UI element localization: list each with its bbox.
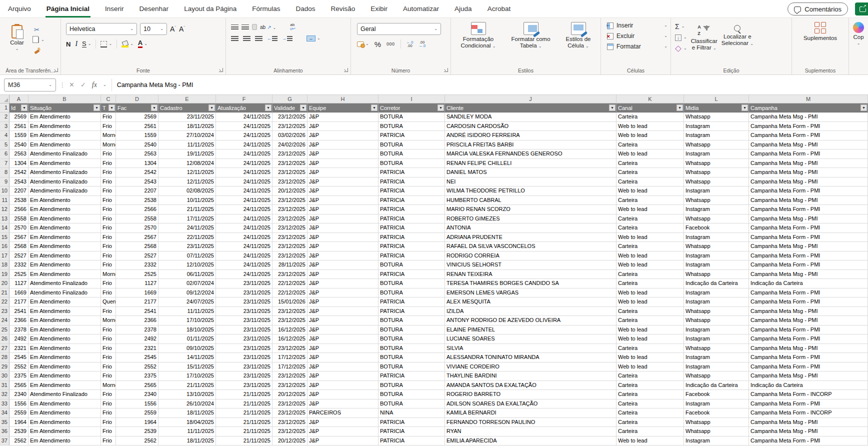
cell[interactable]: 2561: [116, 122, 158, 132]
cell[interactable]: Frio: [101, 326, 116, 335]
cell[interactable]: 2566: [116, 205, 158, 214]
addins-button[interactable]: Suplementos: [792, 18, 848, 42]
cell[interactable]: 24/11/2025: [216, 122, 272, 132]
formula-bar-grip[interactable]: ⋮: [60, 82, 66, 88]
cell[interactable]: Web to lead: [616, 362, 684, 372]
cell[interactable]: Em Atendimento: [28, 381, 101, 390]
cell[interactable]: Atendimento Finalizado: [28, 279, 101, 288]
cell[interactable]: Indicação da Carteira: [749, 279, 868, 288]
cell[interactable]: Carteira: [616, 140, 684, 150]
cell[interactable]: Frio: [101, 436, 116, 446]
cell[interactable]: 24/11/2025: [216, 159, 272, 168]
cell[interactable]: VINICIUS SELHORST: [445, 260, 616, 270]
cell[interactable]: DANIEL MATOS: [445, 168, 616, 178]
cell[interactable]: 12/10/2025: [158, 260, 216, 270]
cell[interactable]: 06/11/2025: [158, 270, 216, 280]
row-number[interactable]: 18: [0, 260, 10, 270]
column-letter[interactable]: C: [101, 95, 116, 104]
column-letter[interactable]: D: [116, 95, 158, 104]
cell[interactable]: Morno: [101, 381, 116, 390]
row-number[interactable]: 11: [0, 196, 10, 206]
cell[interactable]: 2568: [116, 242, 158, 252]
cell[interactable]: MARCIA VALESKA FERNANDES GENEROSO: [445, 150, 616, 159]
align-top-button[interactable]: [231, 24, 238, 30]
cell[interactable]: 23/11/2025: [216, 362, 272, 372]
row-number[interactable]: 2: [0, 112, 10, 122]
align-left-button[interactable]: [231, 36, 238, 41]
cell[interactable]: Campanha Meta Msg - PMI: [749, 427, 868, 436]
column-letter[interactable]: M: [749, 95, 868, 104]
cell[interactable]: PATRICIA: [378, 372, 445, 381]
copy-button[interactable]: ⌄: [34, 36, 44, 44]
row-number[interactable]: 30: [0, 372, 10, 381]
filter-dropdown-button[interactable]: ▾: [94, 104, 100, 111]
cell[interactable]: Whatsapp: [684, 344, 749, 354]
cell[interactable]: VIVIANE CORDEIRO: [445, 362, 616, 372]
cell[interactable]: ADILSON SOARES DA EXALTAÇÃO: [445, 400, 616, 409]
cell[interactable]: BOTURA: [378, 159, 445, 168]
header-cell[interactable]: Equipe▾: [308, 104, 378, 112]
filter-dropdown-button[interactable]: ▾: [860, 104, 867, 111]
row-number[interactable]: 29: [0, 362, 10, 372]
cell[interactable]: Atendimento Finalizado: [28, 178, 101, 187]
cell[interactable]: Atendimento Finalizado: [28, 288, 101, 298]
cell[interactable]: 18/04/2025: [158, 418, 216, 428]
cell[interactable]: J&P: [308, 400, 378, 409]
filter-dropdown-button[interactable]: ▾: [438, 104, 444, 111]
tab-ajuda[interactable]: Ajuda: [454, 0, 473, 18]
clipboard-dialog-launcher[interactable]: [54, 68, 58, 72]
cell[interactable]: NEI: [445, 178, 616, 187]
cell[interactable]: Web to lead: [616, 260, 684, 270]
cell[interactable]: J&P: [308, 224, 378, 233]
cell[interactable]: 23/12/2025: [272, 372, 308, 381]
cell[interactable]: 22/11/2025: [158, 233, 216, 242]
cell[interactable]: 2525: [116, 270, 158, 280]
format-painter-button[interactable]: [34, 46, 44, 54]
tab-automatizar[interactable]: Automatizar: [402, 0, 440, 18]
cell[interactable]: J&P: [308, 260, 378, 270]
cell[interactable]: J&P: [308, 168, 378, 178]
cell[interactable]: Campanha Meta Form - PMI: [749, 260, 868, 270]
cell[interactable]: RODRIGO CORREIA: [445, 252, 616, 261]
row-number[interactable]: 16: [0, 242, 10, 252]
tab-pagina-inicial[interactable]: Página Inicial: [46, 0, 90, 18]
cell[interactable]: 23/12/2025: [272, 418, 308, 428]
cell[interactable]: Morno: [101, 131, 116, 140]
cell[interactable]: Whatsapp: [684, 112, 749, 122]
cell[interactable]: ANDRÉ ISIDORO FERREIRA: [445, 131, 616, 140]
cell[interactable]: 2569: [10, 112, 28, 122]
cell[interactable]: MARIO RENAN SCORZO: [445, 205, 616, 214]
cell[interactable]: Carteira: [616, 408, 684, 418]
cell[interactable]: Campanha Meta Form - PMI: [749, 205, 868, 214]
cell[interactable]: Instagram: [684, 362, 749, 372]
cell[interactable]: 23/12/2025: [272, 344, 308, 354]
cell[interactable]: 2527: [10, 252, 28, 261]
header-cell[interactable]: Midia▾: [684, 104, 749, 112]
cell[interactable]: 2545: [10, 353, 28, 362]
cell[interactable]: 2375: [10, 372, 28, 381]
tab-arquivo[interactable]: Arquivo: [7, 0, 32, 18]
cell[interactable]: 2321: [116, 344, 158, 354]
bold-button[interactable]: N: [66, 40, 70, 48]
cell[interactable]: Frio: [101, 307, 116, 316]
cell[interactable]: 2567: [10, 233, 28, 242]
cell[interactable]: 2527: [116, 252, 158, 261]
row-number[interactable]: 26: [0, 334, 10, 344]
cell[interactable]: Whatsapp: [684, 270, 749, 280]
cell[interactable]: 02/07/2024: [158, 279, 216, 288]
cell[interactable]: 21/11/2025: [216, 427, 272, 436]
cell[interactable]: 23/11/2025: [216, 334, 272, 344]
cell[interactable]: PATRICIA: [378, 214, 445, 224]
cell[interactable]: 24/11/2025: [216, 140, 272, 150]
font-color-button[interactable]: A⌄: [138, 40, 148, 48]
cell[interactable]: J&P: [308, 288, 378, 298]
cell[interactable]: 23/12/2025: [272, 178, 308, 187]
row-number[interactable]: 1: [0, 104, 10, 112]
format-cells-button[interactable]: Formatar⌄: [607, 43, 668, 50]
cell[interactable]: BOTURA: [378, 122, 445, 132]
cell[interactable]: Atendimento Finalizado: [28, 168, 101, 178]
cell[interactable]: ELAINE PIMENTEL: [445, 326, 616, 335]
header-cell[interactable]: Campanha▾: [749, 104, 868, 112]
cell[interactable]: Em Atendimento: [28, 122, 101, 132]
cell[interactable]: 22/12/2025: [272, 288, 308, 298]
